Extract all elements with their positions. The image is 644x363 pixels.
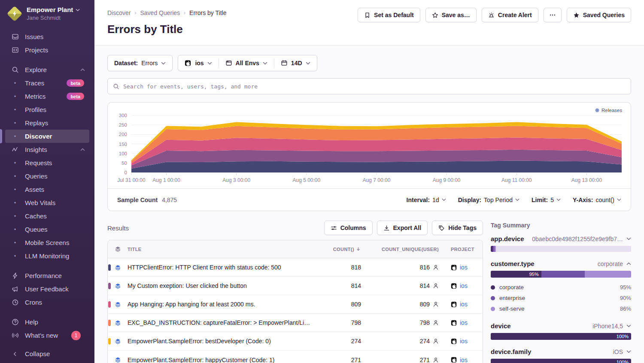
breadcrumb-discover[interactable]: Discover <box>107 9 131 16</box>
table-row[interactable]: EXC_BAD_INSTRUCTION: captureFatalError: … <box>108 314 483 332</box>
error-title-link[interactable]: HTTPClientError: HTTP Client Error with … <box>128 264 319 271</box>
interval-select[interactable]: Interval:1d <box>407 197 446 203</box>
search-input[interactable] <box>123 83 626 90</box>
issues-icon <box>11 33 19 41</box>
hide-tags-button[interactable]: Hide Tags <box>432 221 483 235</box>
tag-header[interactable]: device.family iOS <box>491 348 631 355</box>
page-content: Dataset: Errors ios All Envs <box>94 45 644 363</box>
project-cell[interactable]: ios <box>441 357 483 363</box>
project-cell[interactable]: ios <box>441 319 483 326</box>
header-actions: Set as Default Save as… Create Alert Sav… <box>358 8 631 22</box>
sidebar-item-help[interactable]: Help <box>5 315 89 329</box>
breadcrumb-saved-queries[interactable]: Saved Queries <box>140 9 180 16</box>
table-row[interactable]: App Hanging: App hanging for at least 20… <box>108 295 483 314</box>
project-cell[interactable]: ios <box>441 301 483 308</box>
sidebar-item-queries[interactable]: •Queries <box>5 169 89 183</box>
set-as-default-button[interactable]: Set as Default <box>358 8 420 22</box>
tag-value-row[interactable]: self-serve 86% <box>491 303 631 314</box>
y-axis-select[interactable]: Y-Axis:count() <box>573 197 621 203</box>
export-all-button[interactable]: Export All <box>377 221 428 235</box>
project-link: ios <box>460 301 468 308</box>
svg-text:250: 250 <box>119 122 127 127</box>
sidebar-item-label: Insights <box>25 146 47 153</box>
error-title-link[interactable]: EmpowerPlant.SampleError: bestDeveloper … <box>128 338 319 345</box>
error-title-link[interactable]: EmpowerPlant.SampleError: happyCustomer … <box>128 357 319 363</box>
table-row[interactable]: My Custom exeption: User clicked the but… <box>108 277 483 295</box>
tag-value-dot <box>491 307 495 311</box>
column-header-project[interactable]: PROJECT <box>441 247 483 252</box>
column-header-count-unique[interactable]: COUNT_UNIQUE(USER) <box>362 247 441 252</box>
sidebar-item-assets[interactable]: •Assets <box>5 183 89 196</box>
sidebar-item-crons[interactable]: Crons <box>5 296 89 309</box>
sidebar-item-web-vitals[interactable]: •Web Vitals <box>5 196 89 209</box>
column-header-title[interactable]: TITLE <box>128 247 319 252</box>
save-as-button[interactable]: Save as… <box>425 8 477 22</box>
events-chart[interactable]: 050100150200250300Jul 31 00:00Aug 1 00:0… <box>108 103 631 188</box>
sidebar-item-explore[interactable]: Explore <box>5 63 89 76</box>
sidebar-item-requests[interactable]: •Requests <box>5 156 89 169</box>
chevron-up-icon <box>80 68 85 71</box>
sidebar-item-mobile-screens[interactable]: •Mobile Screens <box>5 236 89 249</box>
app-window: Empower Plant Jane Schmidt IssuesProject… <box>0 0 644 363</box>
project-cell[interactable]: ios <box>441 264 483 271</box>
stack-icon[interactable] <box>108 357 128 363</box>
project-cell[interactable]: ios <box>441 338 483 345</box>
sidebar-item-performance[interactable]: Performance <box>5 269 89 282</box>
dataset-filter[interactable]: Dataset: Errors <box>108 55 172 71</box>
display-select[interactable]: Display:Top Period <box>458 197 519 203</box>
filter-row: Dataset: Errors ios All Envs <box>107 55 631 71</box>
create-alert-button[interactable]: Create Alert <box>482 8 538 22</box>
tag-value-row[interactable]: enterprise 90% <box>491 293 631 303</box>
tag-distribution-bar[interactable]: 100% <box>491 333 631 340</box>
table-row[interactable]: EmpowerPlant.SampleError: happyCustomer … <box>108 351 483 363</box>
sidebar-item-whats-new[interactable]: What's new1 <box>5 329 89 342</box>
person-icon <box>433 301 439 307</box>
apple-icon <box>451 264 457 271</box>
saved-queries-button[interactable]: Saved Queries <box>567 8 631 22</box>
sidebar-item-profiles[interactable]: •Profiles <box>5 103 89 116</box>
tag-value-row[interactable]: corporate 95% <box>491 282 631 293</box>
project-cell[interactable]: ios <box>441 282 483 289</box>
tag-value-label: enterprise <box>499 295 525 301</box>
project-filter[interactable]: ios <box>178 55 218 71</box>
tag-header[interactable]: customer.type corporate <box>491 260 631 267</box>
error-title-link[interactable]: EXC_BAD_INSTRUCTION: captureFatalError: … <box>128 319 319 326</box>
sidebar-item-user-feedback[interactable]: User Feedback <box>5 282 89 296</box>
table-row[interactable]: HTTPClientError: HTTP Client Error with … <box>108 258 483 277</box>
sidebar-item-metrics[interactable]: •Metricsbeta <box>5 90 89 103</box>
tag-header[interactable]: device iPhone14,5 <box>491 322 631 330</box>
limit-select[interactable]: Limit:5 <box>532 197 561 203</box>
tag-distribution-bar[interactable]: 95% <box>491 271 631 278</box>
tag-summary-title: Tag Summary <box>491 221 631 230</box>
sidebar-item-discover[interactable]: •Discover <box>5 130 89 143</box>
sidebar-item-llm-monitoring[interactable]: •LLM Monitoring <box>5 249 89 263</box>
collapse-button[interactable]: Collapse <box>5 347 89 360</box>
columns-button[interactable]: Columns <box>324 221 373 235</box>
column-header-count[interactable]: COUNT() <box>319 246 362 252</box>
sidebar-item-replays[interactable]: •Replays <box>5 116 89 130</box>
sidebar-item-insights[interactable]: Insights <box>5 143 89 156</box>
bullet-dot: • <box>11 106 19 113</box>
sidebar-item-projects[interactable]: Projects <box>5 43 89 57</box>
error-title-link[interactable]: App Hanging: App hanging for at least 20… <box>128 301 319 308</box>
tag-header[interactable]: app.device 0baebc0de4982f1255f2e9e9fb7… <box>491 235 631 242</box>
sidebar-item-label: Explore <box>25 66 47 73</box>
sidebar-item-traces[interactable]: •Tracesbeta <box>5 76 89 90</box>
more-options-button[interactable] <box>544 8 562 22</box>
tag-distribution-bar[interactable]: 100% <box>491 359 631 363</box>
sidebar-item-issues[interactable]: Issues <box>5 30 89 43</box>
tag-distribution-bar[interactable] <box>491 246 631 252</box>
error-title-link[interactable]: My Custom exeption: User clicked the but… <box>128 282 319 289</box>
environment-filter[interactable]: All Envs <box>219 55 274 71</box>
sidebar-item-queues[interactable]: •Queues <box>5 223 89 236</box>
org-switcher[interactable]: Empower Plant Jane Schmidt <box>0 0 94 26</box>
table-row[interactable]: EmpowerPlant.SampleError: bestDeveloper … <box>108 332 483 351</box>
tag-summary-panel: Tag Summary app.device 0baebc0de4982f125… <box>491 221 631 363</box>
chevron-down-icon <box>263 62 267 65</box>
stack-icon[interactable] <box>108 246 128 252</box>
chevron-down-icon <box>626 237 631 240</box>
breadcrumb: Discover › Saved Queries › Errors by Tit… <box>107 9 226 16</box>
count-unique-value: 809 <box>362 301 441 308</box>
date-range-filter[interactable]: 14D <box>274 55 317 71</box>
sidebar-item-caches[interactable]: •Caches <box>5 209 89 223</box>
